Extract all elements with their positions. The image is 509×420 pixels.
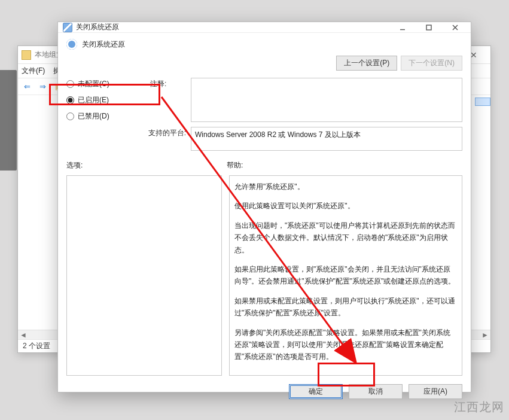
apply-button[interactable]: 应用(A) bbox=[409, 384, 462, 399]
dlg-header: 关闭系统还原 bbox=[66, 39, 462, 50]
options-panel[interactable] bbox=[66, 175, 222, 376]
radio-enabled-label: 已启用(E) bbox=[78, 95, 109, 105]
menu-file[interactable]: 文件(F) bbox=[22, 66, 45, 76]
dlg-header-title: 关闭系统还原 bbox=[82, 39, 125, 50]
dlg-footer: 确定 取消 应用(A) bbox=[66, 381, 462, 399]
previous-setting-button[interactable]: 上一个设置(P) bbox=[336, 56, 397, 71]
help-p5: 另请参阅"关闭系统还原配置"策略设置。如果禁用或未配置"关闭系统还原"策略设置，… bbox=[234, 327, 457, 363]
next-setting-button: 下一个设置(N) bbox=[401, 56, 462, 71]
supported-platform-box: Windows Server 2008 R2 或 Windows 7 及以上版本 bbox=[191, 127, 462, 151]
help-label: 帮助: bbox=[227, 160, 462, 171]
help-p3: 如果启用此策略设置，则"系统还原"会关闭，并且无法访问"系统还原向导"。还会禁用… bbox=[234, 263, 457, 288]
help-p1: 使用此策略设置可以关闭"系统还原"。 bbox=[234, 200, 457, 212]
radio-disabled-input[interactable] bbox=[66, 112, 74, 120]
scroll-right-icon[interactable]: ► bbox=[481, 331, 489, 339]
close-button[interactable] bbox=[442, 22, 468, 32]
config-row-platform: 支持的平台: Windows Server 2008 R2 或 Windows … bbox=[66, 127, 462, 151]
forward-icon[interactable] bbox=[36, 80, 49, 93]
policy-settings-dialog: 关闭系统还原 关闭系统还原 上一个设置(P) 下一个设置(N) 未配置(C) bbox=[57, 22, 471, 392]
gear-icon bbox=[66, 39, 77, 50]
bg-selected-row-hint bbox=[475, 98, 490, 106]
radio-unconfigured-input[interactable] bbox=[66, 80, 74, 88]
help-panel[interactable]: 允许禁用"系统还原"。 使用此策略设置可以关闭"系统还原"。 当出现问题时，"系… bbox=[229, 175, 462, 376]
options-label: 选项: bbox=[66, 160, 227, 171]
help-p4: 如果禁用或未配置此策略设置，则用户可以执行"系统还原"，还可以通过"系统保护"配… bbox=[234, 295, 457, 319]
scroll-left-icon[interactable]: ◄ bbox=[19, 331, 28, 339]
radio-unconfigured-label: 未配置(C) bbox=[78, 79, 109, 89]
platform-label: 支持的平台: bbox=[132, 127, 186, 138]
back-icon[interactable] bbox=[20, 80, 33, 93]
radio-disabled-label: 已禁用(D) bbox=[78, 111, 109, 121]
state-radio-group: 未配置(C) 已启用(E) 已禁用(D) bbox=[66, 78, 144, 121]
radio-unconfigured[interactable]: 未配置(C) bbox=[66, 79, 144, 89]
radio-enabled[interactable]: 已启用(E) bbox=[66, 95, 144, 105]
section-headers: 选项: 帮助: bbox=[66, 160, 462, 171]
cancel-button[interactable]: 取消 bbox=[349, 384, 403, 399]
radio-disabled[interactable]: 已禁用(D) bbox=[66, 111, 144, 121]
radio-enabled-input[interactable] bbox=[66, 96, 74, 104]
dlg-titlebar[interactable]: 关闭系统还原 bbox=[58, 22, 471, 33]
help-p0: 允许禁用"系统还原"。 bbox=[234, 181, 457, 193]
dlg-nav: 上一个设置(P) 下一个设置(N) bbox=[66, 54, 462, 73]
desktop-hint bbox=[0, 70, 17, 171]
panels: 允许禁用"系统还原"。 使用此策略设置可以关闭"系统还原"。 当出现问题时，"系… bbox=[66, 175, 462, 376]
bg-app-icon bbox=[22, 50, 31, 60]
minimize-button[interactable] bbox=[389, 22, 416, 32]
svg-rect-1 bbox=[426, 25, 431, 30]
supported-platform-text: Windows Server 2008 R2 或 Windows 7 及以上版本 bbox=[195, 130, 361, 139]
config-row-comment: 未配置(C) 已启用(E) 已禁用(D) 注释: bbox=[66, 78, 462, 122]
comment-label: 注释: bbox=[150, 78, 185, 89]
help-p2: 当出现问题时，"系统还原"可以使用户将其计算机还原到先前的状态而不会丢失个人数据… bbox=[234, 220, 457, 256]
maximize-button[interactable] bbox=[416, 22, 442, 32]
comment-textarea[interactable] bbox=[191, 78, 462, 122]
dlg-body: 关闭系统还原 上一个设置(P) 下一个设置(N) 未配置(C) 已启用(E) 已… bbox=[58, 33, 471, 406]
dlg-window-title: 关闭系统还原 bbox=[76, 22, 389, 32]
bg-status-text: 2 个设置 bbox=[23, 341, 50, 351]
ok-button[interactable]: 确定 bbox=[289, 384, 343, 399]
dlg-app-icon bbox=[63, 23, 72, 32]
